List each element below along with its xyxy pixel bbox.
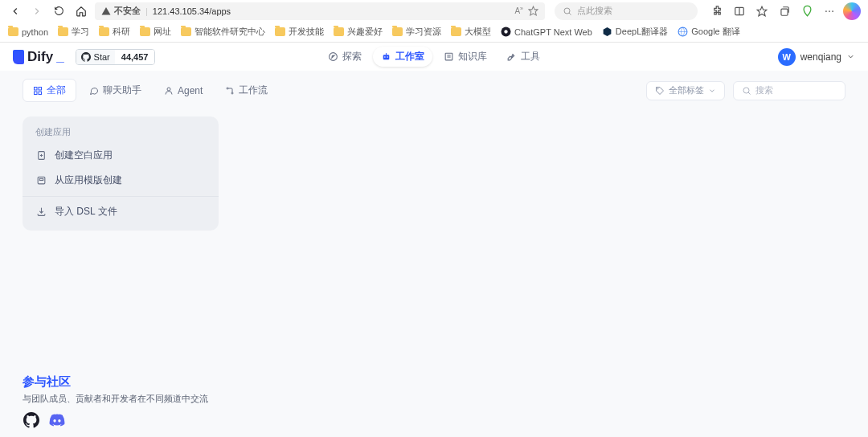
create-option-label: 从应用模版创建: [55, 174, 122, 187]
svg-point-9: [832, 10, 833, 12]
svg-rect-23: [39, 87, 42, 90]
svg-point-7: [825, 10, 827, 12]
svg-marker-14: [332, 55, 334, 58]
bookmark-item[interactable]: python: [8, 27, 48, 37]
copilot-icon[interactable]: [842, 2, 862, 21]
tag-filter[interactable]: 全部标签: [646, 81, 725, 100]
collections-icon[interactable]: [775, 2, 794, 21]
chevron-down-icon: [708, 87, 716, 95]
create-option-label: 创建空白应用: [55, 149, 113, 162]
bookmark-item[interactable]: 智能软件研究中心: [181, 26, 265, 38]
svg-point-28: [231, 92, 233, 94]
bookmark-item[interactable]: 网址: [140, 26, 171, 38]
site-icon: [501, 27, 511, 37]
create-option-0[interactable]: 创建空白应用: [23, 143, 219, 168]
main-nav: 探索工作室知识库工具: [320, 47, 548, 67]
bookmark-item[interactable]: 大模型: [451, 26, 491, 38]
bookmark-label: python: [22, 27, 48, 37]
folder-icon: [181, 27, 191, 36]
bookmark-label: 大模型: [465, 26, 491, 38]
address-bar[interactable]: 不安全 | 121.43.105.34/apps A»: [95, 2, 545, 20]
folder-icon: [58, 27, 68, 36]
browser-toolbar: 不安全 | 121.43.105.34/apps A» 点此搜索: [0, 0, 868, 22]
separator: |: [145, 6, 148, 16]
new-file-icon: [35, 150, 47, 161]
nav-wrench[interactable]: 工具: [498, 47, 548, 67]
tab-grid[interactable]: 全部: [23, 79, 76, 102]
filter-tabs: 全部聊天助手Agent工作流 全部标签 搜索: [23, 79, 845, 102]
bookmark-item[interactable]: 科研: [99, 26, 130, 38]
svg-marker-0: [529, 6, 538, 15]
insecure-icon: 不安全: [101, 5, 141, 17]
bookmarks-bar: python学习科研网址智能软件研究中心开发技能兴趣爱好学习资源大模型ChatG…: [0, 22, 868, 43]
github-link[interactable]: [23, 411, 40, 429]
svg-rect-6: [781, 9, 788, 15]
plugin-icon[interactable]: [797, 2, 817, 21]
svg-point-29: [657, 88, 658, 89]
folder-icon: [392, 27, 403, 36]
split-icon[interactable]: [730, 2, 749, 21]
favorites-icon[interactable]: [752, 2, 772, 21]
back-button[interactable]: [6, 2, 24, 21]
tab-label: 工作流: [239, 84, 268, 97]
create-option-2[interactable]: 导入 DSL 文件: [23, 196, 219, 224]
bookmark-item[interactable]: 学习: [58, 26, 89, 38]
tab-flow[interactable]: 工作流: [215, 79, 277, 102]
search-placeholder: 点此搜索: [577, 5, 612, 17]
app-header: Dify_ Star 44,457 探索工作室知识库工具 W wenqiang: [0, 43, 868, 71]
browser-search[interactable]: 点此搜索: [555, 2, 698, 20]
nav-label: 工具: [521, 50, 540, 63]
user-menu[interactable]: W wenqiang: [778, 48, 855, 66]
read-aloud-icon[interactable]: A»: [514, 6, 523, 15]
bookmark-item[interactable]: 学习资源: [392, 26, 441, 38]
svg-rect-22: [35, 87, 38, 90]
app-search-placeholder: 搜索: [755, 84, 773, 96]
svg-rect-15: [383, 55, 390, 59]
template-icon: [35, 175, 47, 186]
svg-point-8: [829, 10, 830, 12]
bookmark-item[interactable]: 兴趣爱好: [334, 26, 383, 38]
svg-point-27: [227, 88, 228, 89]
more-icon[interactable]: [820, 2, 839, 21]
github-star-badge[interactable]: Star 44,457: [76, 49, 156, 65]
nav-label: 工作室: [395, 50, 424, 63]
community-title: 参与社区: [23, 374, 208, 390]
refresh-button[interactable]: [51, 2, 68, 21]
wrench-icon: [506, 51, 517, 62]
create-app-card: 创建应用 创建空白应用从应用模版创建导入 DSL 文件: [23, 116, 219, 231]
bookmark-item[interactable]: 开发技能: [275, 26, 324, 38]
bookmark-label: 智能软件研究中心: [194, 26, 265, 38]
app-search[interactable]: 搜索: [733, 81, 845, 100]
robot-icon: [381, 51, 391, 62]
nav-book[interactable]: 知识库: [436, 47, 495, 67]
forward-button[interactable]: [29, 2, 47, 21]
bookmark-item[interactable]: DeepL翻译器: [602, 26, 668, 38]
bookmark-item[interactable]: Google 翻译: [678, 26, 740, 38]
tag-icon: [655, 86, 665, 96]
home-button[interactable]: [73, 2, 91, 21]
svg-point-11: [504, 30, 507, 33]
create-option-1[interactable]: 从应用模版创建: [23, 168, 219, 193]
extensions-icon[interactable]: [707, 2, 727, 21]
tab-agent[interactable]: Agent: [154, 79, 212, 102]
discord-link[interactable]: [48, 411, 66, 429]
svg-line-2: [569, 13, 571, 15]
tab-chat[interactable]: 聊天助手: [80, 79, 151, 102]
logo[interactable]: Dify_: [13, 49, 64, 65]
favorite-icon[interactable]: [528, 6, 538, 16]
search-icon: [742, 86, 751, 96]
community-subtitle: 与团队成员、贡献者和开发者在不同频道中交流: [23, 393, 208, 405]
svg-rect-36: [39, 178, 43, 180]
svg-marker-5: [757, 6, 767, 16]
insecure-label: 不安全: [114, 5, 141, 17]
bookmark-label: Google 翻译: [691, 26, 740, 38]
nav-robot[interactable]: 工作室: [373, 47, 432, 67]
nav-compass[interactable]: 探索: [320, 47, 370, 67]
bookmark-item[interactable]: ChatGPT Next Web: [501, 27, 592, 37]
svg-point-30: [743, 88, 749, 93]
svg-rect-25: [39, 92, 42, 95]
user-name: wenqiang: [800, 51, 841, 63]
logo-text: Dify: [27, 49, 53, 65]
github-star-count: 44,457: [115, 50, 155, 64]
bookmark-label: 学习: [72, 26, 89, 38]
